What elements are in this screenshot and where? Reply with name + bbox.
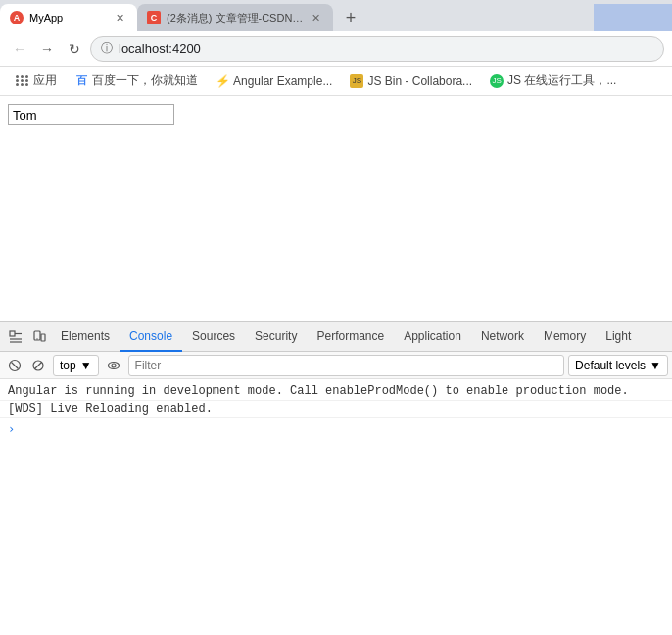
new-tab-button[interactable]: + <box>337 4 364 31</box>
bookmark-jsbin-label: JS Bin - Collabora... <box>367 74 472 88</box>
console-message-1-text: Angular is running in development mode. … <box>8 384 629 398</box>
console-prompt[interactable]: › <box>0 418 672 440</box>
tab-security[interactable]: Security <box>245 322 307 352</box>
devtools-device-button[interactable] <box>27 325 51 349</box>
levels-value: Default levels <box>575 359 646 372</box>
back-button[interactable]: ← <box>8 37 31 61</box>
svg-point-12 <box>112 364 116 367</box>
bookmark-baidu-label: 百度一下，你就知道 <box>92 73 198 89</box>
console-message-2-text: [WDS] Live Reloading enabled. <box>8 402 213 415</box>
bookmark-jsbin[interactable]: JS JS Bin - Collabora... <box>342 70 480 93</box>
jsonline-icon: JS <box>490 74 504 88</box>
tab-1-title: MyApp <box>29 12 108 24</box>
levels-dropdown-icon: ▼ <box>649 359 661 372</box>
user-area <box>594 4 672 31</box>
bookmark-baidu[interactable]: 百 百度一下，你就知道 <box>67 70 206 93</box>
tab-console[interactable]: Console <box>120 322 182 352</box>
tab-2[interactable]: C (2条消息) 文章管理-CSDN博客 ✕ <box>137 4 333 31</box>
baidu-icon: 百 <box>74 74 88 88</box>
tab-elements[interactable]: Elements <box>51 322 120 352</box>
devtools-inspect-button[interactable] <box>4 325 27 349</box>
context-dropdown-icon: ▼ <box>80 359 92 372</box>
lightning-icon: ⚡ <box>216 74 229 88</box>
levels-selector[interactable]: Default levels ▼ <box>568 355 668 376</box>
svg-line-10 <box>35 362 42 368</box>
protocol-icon: ⓘ <box>101 40 113 57</box>
console-output: Angular is running in development mode. … <box>0 379 672 635</box>
svg-point-6 <box>36 338 37 339</box>
tab-1-favicon: A <box>10 11 24 24</box>
tab-application[interactable]: Application <box>394 322 471 352</box>
apps-icon <box>16 74 29 88</box>
console-message-2: [WDS] Live Reloading enabled. <box>0 401 672 418</box>
tab-performance[interactable]: Performance <box>307 322 394 352</box>
context-selector[interactable]: top ▼ <box>53 355 99 376</box>
tab-1[interactable]: A MyApp ✕ <box>0 4 137 31</box>
console-message-1: Angular is running in development mode. … <box>0 383 672 401</box>
name-input[interactable] <box>8 104 174 125</box>
svg-rect-5 <box>41 334 45 341</box>
context-value: top <box>60 359 76 372</box>
eye-icon-button[interactable] <box>103 355 124 376</box>
tab-2-favicon: C <box>147 11 161 24</box>
devtools-toolbar: Elements Console Sources Security Perfor… <box>0 322 672 352</box>
reload-button[interactable]: ↻ <box>63 37 86 61</box>
tab-1-close[interactable]: ✕ <box>112 10 127 25</box>
console-toolbar: top ▼ Default levels ▼ <box>0 352 672 379</box>
tab-lighthouse[interactable]: Light <box>596 322 641 352</box>
tab-network[interactable]: Network <box>471 322 534 352</box>
console-prompt-icon: › <box>8 422 15 436</box>
bookmark-angular-label: Angular Example... <box>233 74 332 88</box>
devtools-panel: Elements Console Sources Security Perfor… <box>0 321 672 635</box>
tab-2-title: (2条消息) 文章管理-CSDN博客 <box>167 11 304 25</box>
bookmarks-bar: 应用 百 百度一下，你就知道 ⚡ Angular Example... JS J… <box>0 67 672 96</box>
bookmark-apps[interactable]: 应用 <box>8 70 65 93</box>
console-toolbar-left <box>4 355 49 376</box>
page-content <box>0 96 672 321</box>
bookmark-jsonline-label: JS 在线运行工具，... <box>507 73 616 89</box>
filter-input[interactable] <box>128 355 564 376</box>
browser-chrome: A MyApp ✕ C (2条消息) 文章管理-CSDN博客 ✕ + ← → ↻… <box>0 0 672 96</box>
tab-bar-spacer <box>364 4 594 31</box>
address-text: localhost:4200 <box>119 41 201 56</box>
address-bar[interactable]: ⓘ localhost:4200 <box>90 36 664 62</box>
jsbin-icon: JS <box>350 74 363 88</box>
nav-bar: ← → ↻ ⓘ localhost:4200 <box>0 31 672 67</box>
forward-button[interactable]: → <box>35 37 59 61</box>
svg-line-8 <box>12 362 19 368</box>
bookmark-apps-label: 应用 <box>33 73 57 89</box>
bookmark-jsonline[interactable]: JS JS 在线运行工具，... <box>482 70 624 93</box>
tab-bar: A MyApp ✕ C (2条消息) 文章管理-CSDN博客 ✕ + <box>0 0 672 31</box>
ban-icon-button[interactable] <box>27 355 49 376</box>
devtools-tabs: Elements Console Sources Security Perfor… <box>51 322 668 352</box>
tab-memory[interactable]: Memory <box>534 322 596 352</box>
svg-rect-0 <box>10 331 15 336</box>
bookmark-angular[interactable]: ⚡ Angular Example... <box>208 70 340 93</box>
tab-2-close[interactable]: ✕ <box>308 10 323 25</box>
clear-console-button[interactable] <box>4 355 25 376</box>
tab-sources[interactable]: Sources <box>182 322 245 352</box>
